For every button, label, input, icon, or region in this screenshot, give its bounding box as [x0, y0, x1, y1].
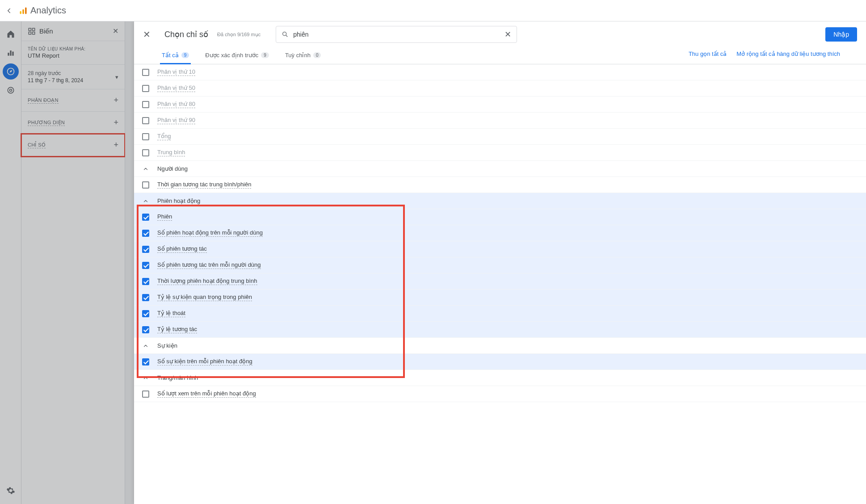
metric-label: Tỷ lệ sự kiện quan trọng trong phiên [157, 294, 252, 301]
metric-checkbox[interactable] [142, 278, 149, 285]
metric-label: Thời lượng phiên hoạt động trung bình [157, 277, 257, 285]
tab-count-badge: 9 [181, 52, 189, 58]
metric-checkbox[interactable] [142, 326, 149, 333]
tab-1[interactable]: Được xác định trước9 [203, 47, 271, 64]
product-name: Analytics [30, 5, 66, 16]
metric-label: Số sự kiện trên mỗi phiên hoạt động [157, 358, 252, 365]
metric-group[interactable]: Trang/màn hình [134, 370, 866, 386]
metric-label: Số phiên tương tác [157, 245, 207, 253]
modal-title: Chọn chỉ số [164, 29, 208, 39]
tab-label: Tất cả [162, 52, 179, 59]
svg-rect-2 [25, 7, 26, 14]
metric-label: Số phiên tương tác trên mỗi người dùng [157, 261, 261, 269]
metric-label: Số lượt xem trên mỗi phiên hoạt động [157, 390, 256, 398]
product-logo: Analytics [19, 5, 66, 16]
group-label: Sự kiện [157, 342, 177, 349]
metric-checkbox[interactable] [142, 181, 149, 189]
main-layout: Biến ✕ TÊN DỮ LIỆU KHÁM PHÁ: UTM Report … [0, 21, 866, 504]
metric-row[interactable]: Phiên [134, 209, 866, 225]
tab-0[interactable]: Tất cả9 [160, 47, 191, 64]
expand-compatible-link[interactable]: Mở rộng tất cả hàng dữ liệu tương thích [736, 50, 840, 57]
metric-row[interactable]: Thời lượng phiên hoạt động trung bình [134, 273, 866, 290]
metric-checkbox[interactable] [142, 358, 149, 365]
metric-label: Phiên [157, 213, 172, 221]
tab-count-badge: 0 [313, 52, 321, 58]
metric-row[interactable]: Số sự kiện trên mỗi phiên hoạt động [134, 354, 866, 370]
metric-checkbox[interactable] [142, 214, 149, 221]
modal-header: ✕ Chọn chỉ số Đã chọn 9/169 mục ✕ Nhập [134, 21, 866, 43]
metric-row[interactable]: Tổng [134, 129, 866, 145]
tab-count-badge: 9 [261, 52, 269, 58]
tab-label: Tuỳ chỉnh [285, 52, 311, 59]
metric-label: Tỷ lệ tương tác [157, 326, 197, 333]
metric-checkbox[interactable] [142, 85, 149, 92]
chevron-up-icon[interactable] [141, 197, 150, 206]
metric-row[interactable]: Tỷ lệ tương tác [134, 322, 866, 338]
svg-line-14 [286, 35, 287, 37]
metric-checkbox[interactable] [142, 133, 149, 140]
import-button[interactable]: Nhập [825, 27, 857, 42]
group-label: Trang/màn hình [157, 374, 198, 381]
chevron-up-icon[interactable] [141, 341, 150, 350]
metric-checkbox[interactable] [142, 262, 149, 269]
metric-row[interactable]: Số phiên tương tác [134, 241, 866, 257]
metric-row[interactable]: Trung bình [134, 145, 866, 161]
tab-label: Được xác định trước [205, 52, 258, 59]
group-label: Phiên hoạt động [157, 197, 200, 204]
metric-row[interactable]: Phân vị thứ 10 [134, 64, 866, 80]
metric-checkbox[interactable] [142, 391, 149, 398]
metric-checkbox[interactable] [142, 69, 149, 76]
group-label: Người dùng [157, 165, 188, 172]
metric-label: Phân vị thứ 90 [157, 117, 195, 124]
metric-checkbox[interactable] [142, 101, 149, 108]
metric-label: Phân vị thứ 80 [157, 101, 195, 108]
metric-checkbox[interactable] [142, 230, 149, 237]
collapse-all-link[interactable]: Thu gọn tất cả [689, 50, 727, 57]
metric-checkbox[interactable] [142, 294, 149, 301]
metric-row[interactable]: Tỷ lệ thoát [134, 306, 866, 322]
search-input[interactable] [290, 31, 503, 38]
metric-row[interactable]: Phân vị thứ 50 [134, 80, 866, 97]
modal-tabs: Tất cả9Được xác định trước9Tuỳ chỉnh0 Th… [134, 47, 866, 64]
modal-subtitle: Đã chọn 9/169 mục [217, 32, 261, 38]
metric-checkbox[interactable] [142, 149, 149, 156]
metric-group[interactable]: Sự kiện [134, 338, 866, 354]
metric-group[interactable]: Người dùng [134, 161, 866, 177]
metric-label: Trung bình [157, 149, 185, 156]
svg-rect-1 [22, 9, 24, 14]
analytics-logo-icon [19, 6, 28, 15]
metric-group[interactable]: Phiên hoạt động [134, 193, 866, 209]
tab-2[interactable]: Tuỳ chỉnh0 [283, 47, 323, 64]
app-header: Analytics [0, 0, 866, 21]
metric-row[interactable]: Số phiên hoạt động trên mỗi người dùng [134, 225, 866, 241]
chevron-up-icon[interactable] [141, 374, 150, 382]
metric-row[interactable]: Tỷ lệ sự kiện quan trọng trong phiên [134, 290, 866, 306]
metric-checkbox[interactable] [142, 310, 149, 317]
search-field[interactable]: ✕ [276, 26, 517, 43]
svg-point-13 [283, 32, 286, 36]
metric-label: Tổng [157, 133, 171, 140]
metric-label: Thời gian tương tác trung bình/phiên [157, 181, 251, 189]
metric-checkbox[interactable] [142, 117, 149, 124]
metric-label: Phân vị thứ 10 [157, 68, 195, 76]
metric-list[interactable]: Phân vị thứ 10Phân vị thứ 50Phân vị thứ … [134, 64, 866, 504]
metric-label: Tỷ lệ thoát [157, 310, 185, 317]
search-icon [280, 31, 290, 38]
metric-label: Số phiên hoạt động trên mỗi người dùng [157, 229, 263, 237]
metric-row[interactable]: Số phiên tương tác trên mỗi người dùng [134, 257, 866, 273]
metric-picker-modal: ✕ Chọn chỉ số Đã chọn 9/169 mục ✕ Nhập T… [134, 21, 866, 504]
chevron-up-icon[interactable] [141, 164, 150, 173]
clear-search-button[interactable]: ✕ [503, 29, 513, 39]
back-button[interactable] [4, 5, 14, 16]
metric-row[interactable]: Thời gian tương tác trung bình/phiên [134, 177, 866, 193]
modal-close-button[interactable]: ✕ [139, 26, 155, 42]
metric-checkbox[interactable] [142, 246, 149, 253]
metric-row[interactable]: Phân vị thứ 80 [134, 97, 866, 113]
svg-rect-0 [20, 11, 21, 14]
arrow-left-icon [5, 7, 13, 15]
metric-row[interactable]: Số lượt xem trên mỗi phiên hoạt động [134, 386, 866, 402]
metric-label: Phân vị thứ 50 [157, 84, 195, 92]
metric-row[interactable]: Phân vị thứ 90 [134, 113, 866, 129]
